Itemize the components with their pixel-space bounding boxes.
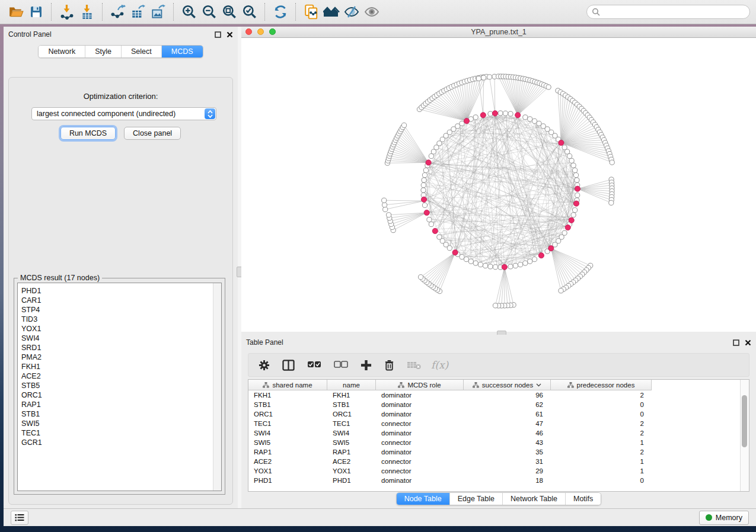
mcds-hub-node[interactable] bbox=[424, 210, 429, 215]
ring-node[interactable] bbox=[455, 124, 460, 129]
mcds-result-item[interactable]: ACE2 bbox=[21, 371, 213, 381]
deselect-all-button[interactable] bbox=[334, 361, 348, 369]
mcds-hub-node[interactable] bbox=[480, 113, 486, 118]
clone-network-button[interactable] bbox=[301, 2, 321, 21]
mcds-result-item[interactable]: STB5 bbox=[21, 381, 213, 390]
search-field[interactable] bbox=[586, 5, 750, 19]
ring-node[interactable] bbox=[528, 259, 532, 264]
ring-node[interactable] bbox=[488, 264, 493, 269]
import-network-button[interactable] bbox=[57, 2, 77, 21]
mcds-result-item[interactable]: SRD1 bbox=[21, 343, 213, 352]
ring-node[interactable] bbox=[573, 208, 578, 213]
ring-node[interactable] bbox=[513, 263, 518, 268]
hide-selected-button[interactable] bbox=[342, 2, 362, 21]
export-image-button[interactable] bbox=[148, 2, 168, 21]
mcds-hub-node[interactable] bbox=[502, 264, 507, 270]
column-header-successor-nodes[interactable]: successor nodes bbox=[464, 380, 551, 390]
leaf-node[interactable] bbox=[559, 289, 563, 293]
open-session-button[interactable] bbox=[6, 2, 26, 21]
delete-row-button[interactable] bbox=[384, 360, 394, 371]
show-panels-button[interactable] bbox=[11, 511, 28, 525]
ring-node[interactable] bbox=[553, 242, 557, 247]
mcds-result-item[interactable]: CAR1 bbox=[21, 296, 213, 305]
leaf-node[interactable] bbox=[476, 76, 481, 81]
table-row[interactable]: PHD1PHD1dominator180 bbox=[248, 476, 740, 485]
table-row[interactable]: STB1STB1dominator620 bbox=[248, 400, 740, 409]
ring-node[interactable] bbox=[473, 261, 478, 265]
ring-node[interactable] bbox=[421, 188, 426, 193]
tab-mcds[interactable]: MCDS bbox=[162, 46, 203, 57]
table-row[interactable]: ACE2ACE2connector311 bbox=[248, 457, 740, 466]
tab-style[interactable]: Style bbox=[85, 46, 122, 57]
export-network-button[interactable] bbox=[108, 2, 128, 21]
mcds-result-item[interactable]: TEC1 bbox=[21, 428, 213, 438]
ring-node[interactable] bbox=[573, 173, 578, 178]
close-panel-button[interactable]: Close panel bbox=[124, 127, 181, 140]
column-header-shared-name[interactable]: shared name bbox=[248, 380, 327, 390]
network-canvas[interactable] bbox=[241, 38, 756, 332]
mcds-hub-node[interactable] bbox=[573, 201, 579, 206]
ring-node[interactable] bbox=[429, 222, 433, 226]
ring-node[interactable] bbox=[575, 178, 579, 182]
ring-node[interactable] bbox=[571, 213, 576, 217]
search-input[interactable] bbox=[603, 7, 745, 17]
ring-node[interactable] bbox=[508, 264, 513, 269]
ring-node[interactable] bbox=[523, 261, 528, 265]
mcds-hub-node[interactable] bbox=[421, 197, 426, 202]
mcds-result-list[interactable]: PHD1CAR1STP4TID3YOX1SWI4SRD1PMA2FKH1ACE2… bbox=[18, 283, 213, 491]
leaf-node[interactable] bbox=[481, 75, 486, 80]
ring-node[interactable] bbox=[478, 262, 483, 267]
ring-node[interactable] bbox=[571, 163, 576, 168]
ring-node[interactable] bbox=[493, 265, 497, 270]
leaf-node[interactable] bbox=[382, 203, 387, 207]
mcds-result-item[interactable]: RAP1 bbox=[21, 400, 213, 409]
select-all-button[interactable] bbox=[307, 361, 321, 369]
mcds-hub-node[interactable] bbox=[538, 253, 544, 258]
run-mcds-button[interactable]: Run MCDS bbox=[60, 127, 116, 140]
tab-network[interactable]: Network bbox=[39, 46, 85, 57]
close-panel-icon[interactable] bbox=[745, 339, 751, 346]
apply-layout-button[interactable] bbox=[270, 2, 291, 21]
ring-node[interactable] bbox=[422, 203, 427, 207]
ring-node[interactable] bbox=[423, 168, 428, 172]
ring-node[interactable] bbox=[468, 259, 473, 264]
leaf-node[interactable] bbox=[419, 275, 423, 280]
ring-node[interactable] bbox=[498, 111, 503, 116]
ring-node[interactable] bbox=[569, 158, 574, 163]
ring-node[interactable] bbox=[523, 115, 528, 120]
import-table-button[interactable] bbox=[77, 2, 97, 21]
mcds-result-item[interactable]: SWI5 bbox=[21, 419, 213, 428]
leaf-node[interactable] bbox=[383, 207, 388, 211]
table-row[interactable]: RAP1RAP1dominator352 bbox=[248, 447, 740, 457]
ring-node[interactable] bbox=[488, 111, 493, 116]
ring-node[interactable] bbox=[422, 178, 426, 182]
mcds-hub-node[interactable] bbox=[464, 118, 469, 124]
show-columns-button[interactable] bbox=[282, 360, 295, 371]
leaf-node[interactable] bbox=[546, 85, 551, 89]
mcds-result-item[interactable]: PHD1 bbox=[21, 286, 213, 296]
mcds-result-item[interactable]: STP4 bbox=[21, 305, 213, 315]
mcds-hub-node[interactable] bbox=[548, 246, 554, 251]
table-row[interactable]: TEC1TEC1connector472 bbox=[248, 419, 740, 428]
mcds-hub-node[interactable] bbox=[426, 160, 431, 165]
zoom-fit-button[interactable] bbox=[219, 2, 240, 21]
criterion-select[interactable]: largest connected component (undirected) bbox=[31, 107, 216, 120]
zoom-window-icon[interactable] bbox=[269, 28, 276, 35]
ring-node[interactable] bbox=[460, 121, 464, 126]
ring-node[interactable] bbox=[528, 117, 532, 121]
leaf-node[interactable] bbox=[382, 198, 387, 203]
table-settings-button[interactable] bbox=[259, 360, 270, 371]
table-tab-network-table[interactable]: Network Table bbox=[503, 493, 566, 505]
table-tab-motifs[interactable]: Motifs bbox=[566, 493, 601, 505]
mcds-hub-node[interactable] bbox=[559, 140, 564, 145]
save-session-button[interactable] bbox=[26, 2, 46, 21]
leaf-node[interactable] bbox=[401, 123, 406, 127]
table-tab-edge-table[interactable]: Edge Table bbox=[450, 493, 503, 505]
ring-node[interactable] bbox=[537, 121, 541, 126]
ring-node[interactable] bbox=[532, 118, 537, 123]
mcds-result-item[interactable]: GCR1 bbox=[21, 438, 213, 447]
table-tab-node-table[interactable]: Node Table bbox=[397, 493, 450, 505]
zoom-in-button[interactable] bbox=[179, 2, 199, 21]
table-row[interactable]: SWI5SWI5connector431 bbox=[248, 438, 740, 447]
scrollbar-thumb[interactable] bbox=[742, 395, 747, 447]
